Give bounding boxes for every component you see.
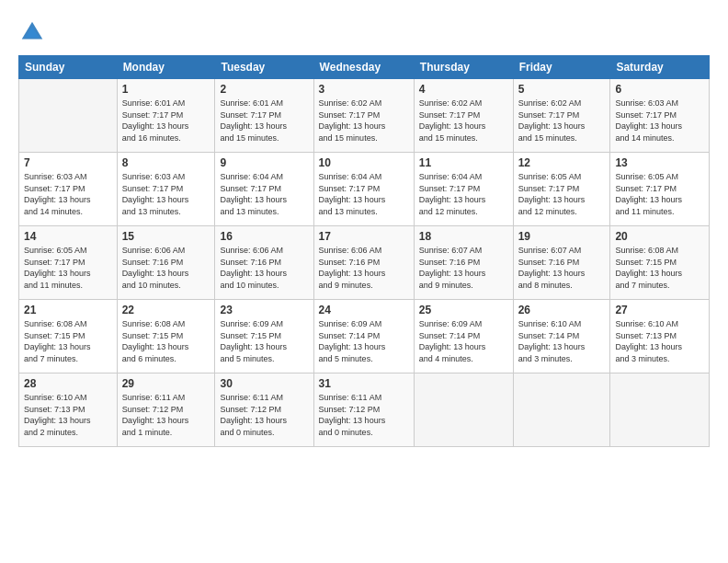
day-info: Sunrise: 6:04 AM Sunset: 7:17 PM Dayligh… xyxy=(319,171,409,217)
day-number: 4 xyxy=(419,83,508,96)
calendar-cell: 3Sunrise: 6:02 AM Sunset: 7:17 PM Daylig… xyxy=(313,79,414,153)
day-info: Sunrise: 6:10 AM Sunset: 7:13 PM Dayligh… xyxy=(24,392,112,438)
calendar-cell: 14Sunrise: 6:05 AM Sunset: 7:17 PM Dayli… xyxy=(19,226,118,300)
calendar-table: SundayMondayTuesdayWednesdayThursdayFrid… xyxy=(18,55,710,447)
day-number: 12 xyxy=(518,156,606,169)
calendar-day-header: Sunday xyxy=(19,56,118,79)
calendar-cell: 16Sunrise: 6:06 AM Sunset: 7:16 PM Dayli… xyxy=(215,226,313,300)
calendar-week-row: 1Sunrise: 6:01 AM Sunset: 7:17 PM Daylig… xyxy=(19,79,710,153)
day-info: Sunrise: 6:05 AM Sunset: 7:17 PM Dayligh… xyxy=(24,245,112,291)
calendar-day-header: Saturday xyxy=(610,56,710,79)
calendar-cell: 17Sunrise: 6:06 AM Sunset: 7:16 PM Dayli… xyxy=(313,226,414,300)
day-info: Sunrise: 6:10 AM Sunset: 7:13 PM Dayligh… xyxy=(615,318,704,364)
day-info: Sunrise: 6:04 AM Sunset: 7:17 PM Dayligh… xyxy=(220,171,308,217)
day-number: 26 xyxy=(518,304,606,316)
day-number: 30 xyxy=(220,377,308,390)
day-info: Sunrise: 6:10 AM Sunset: 7:14 PM Dayligh… xyxy=(518,318,606,364)
day-number: 20 xyxy=(615,230,704,243)
day-number: 27 xyxy=(615,304,704,316)
day-info: Sunrise: 6:03 AM Sunset: 7:17 PM Dayligh… xyxy=(122,171,210,217)
day-number: 6 xyxy=(615,83,704,96)
calendar-cell: 1Sunrise: 6:01 AM Sunset: 7:17 PM Daylig… xyxy=(117,79,215,153)
day-number: 23 xyxy=(220,304,308,316)
day-number: 22 xyxy=(122,304,210,316)
calendar-cell xyxy=(19,79,118,153)
day-number: 7 xyxy=(24,156,112,169)
calendar-cell: 25Sunrise: 6:09 AM Sunset: 7:14 PM Dayli… xyxy=(414,300,513,373)
logo xyxy=(18,18,50,46)
calendar-cell: 28Sunrise: 6:10 AM Sunset: 7:13 PM Dayli… xyxy=(19,373,118,447)
day-info: Sunrise: 6:01 AM Sunset: 7:17 PM Dayligh… xyxy=(220,98,308,144)
logo-icon xyxy=(18,18,46,46)
calendar-cell: 26Sunrise: 6:10 AM Sunset: 7:14 PM Dayli… xyxy=(513,300,610,373)
day-info: Sunrise: 6:09 AM Sunset: 7:15 PM Dayligh… xyxy=(220,318,308,364)
calendar-week-row: 14Sunrise: 6:05 AM Sunset: 7:17 PM Dayli… xyxy=(19,226,710,300)
day-info: Sunrise: 6:01 AM Sunset: 7:17 PM Dayligh… xyxy=(122,98,210,144)
calendar-cell: 8Sunrise: 6:03 AM Sunset: 7:17 PM Daylig… xyxy=(117,153,215,226)
day-number: 3 xyxy=(319,83,409,96)
calendar-week-row: 21Sunrise: 6:08 AM Sunset: 7:15 PM Dayli… xyxy=(19,300,710,373)
day-number: 24 xyxy=(319,304,409,316)
calendar-cell: 5Sunrise: 6:02 AM Sunset: 7:17 PM Daylig… xyxy=(513,79,610,153)
day-number: 21 xyxy=(24,304,112,316)
day-info: Sunrise: 6:07 AM Sunset: 7:16 PM Dayligh… xyxy=(518,245,606,291)
calendar-cell: 9Sunrise: 6:04 AM Sunset: 7:17 PM Daylig… xyxy=(215,153,313,226)
calendar-cell: 27Sunrise: 6:10 AM Sunset: 7:13 PM Dayli… xyxy=(610,300,710,373)
calendar-cell: 7Sunrise: 6:03 AM Sunset: 7:17 PM Daylig… xyxy=(19,153,118,226)
day-number: 28 xyxy=(24,377,112,390)
calendar-cell: 15Sunrise: 6:06 AM Sunset: 7:16 PM Dayli… xyxy=(117,226,215,300)
day-info: Sunrise: 6:02 AM Sunset: 7:17 PM Dayligh… xyxy=(518,98,606,144)
day-info: Sunrise: 6:08 AM Sunset: 7:15 PM Dayligh… xyxy=(122,318,210,364)
day-number: 8 xyxy=(122,156,210,169)
day-info: Sunrise: 6:09 AM Sunset: 7:14 PM Dayligh… xyxy=(419,318,508,364)
day-number: 19 xyxy=(518,230,606,243)
calendar-cell xyxy=(414,373,513,447)
calendar-day-header: Tuesday xyxy=(215,56,313,79)
day-number: 2 xyxy=(220,83,308,96)
day-info: Sunrise: 6:02 AM Sunset: 7:17 PM Dayligh… xyxy=(419,98,508,144)
calendar-cell: 21Sunrise: 6:08 AM Sunset: 7:15 PM Dayli… xyxy=(19,300,118,373)
calendar-day-header: Thursday xyxy=(414,56,513,79)
day-number: 9 xyxy=(220,156,308,169)
calendar-cell: 11Sunrise: 6:04 AM Sunset: 7:17 PM Dayli… xyxy=(414,153,513,226)
calendar-cell: 22Sunrise: 6:08 AM Sunset: 7:15 PM Dayli… xyxy=(117,300,215,373)
day-number: 17 xyxy=(319,230,409,243)
day-number: 1 xyxy=(122,83,210,96)
day-number: 10 xyxy=(319,156,409,169)
calendar-cell: 10Sunrise: 6:04 AM Sunset: 7:17 PM Dayli… xyxy=(313,153,414,226)
day-number: 5 xyxy=(518,83,606,96)
day-info: Sunrise: 6:11 AM Sunset: 7:12 PM Dayligh… xyxy=(220,392,308,438)
calendar-cell: 18Sunrise: 6:07 AM Sunset: 7:16 PM Dayli… xyxy=(414,226,513,300)
day-info: Sunrise: 6:11 AM Sunset: 7:12 PM Dayligh… xyxy=(122,392,210,438)
day-number: 14 xyxy=(24,230,112,243)
day-number: 25 xyxy=(419,304,508,316)
day-number: 29 xyxy=(122,377,210,390)
calendar-day-header: Wednesday xyxy=(313,56,414,79)
page: SundayMondayTuesdayWednesdayThursdayFrid… xyxy=(0,0,728,563)
calendar-cell: 23Sunrise: 6:09 AM Sunset: 7:15 PM Dayli… xyxy=(215,300,313,373)
calendar-cell: 2Sunrise: 6:01 AM Sunset: 7:17 PM Daylig… xyxy=(215,79,313,153)
day-info: Sunrise: 6:08 AM Sunset: 7:15 PM Dayligh… xyxy=(24,318,112,364)
day-number: 18 xyxy=(419,230,508,243)
calendar-cell: 29Sunrise: 6:11 AM Sunset: 7:12 PM Dayli… xyxy=(117,373,215,447)
header xyxy=(18,18,710,46)
day-info: Sunrise: 6:03 AM Sunset: 7:17 PM Dayligh… xyxy=(24,171,112,217)
calendar-cell: 20Sunrise: 6:08 AM Sunset: 7:15 PM Dayli… xyxy=(610,226,710,300)
calendar-cell xyxy=(610,373,710,447)
calendar-cell: 6Sunrise: 6:03 AM Sunset: 7:17 PM Daylig… xyxy=(610,79,710,153)
day-info: Sunrise: 6:08 AM Sunset: 7:15 PM Dayligh… xyxy=(615,245,704,291)
day-info: Sunrise: 6:03 AM Sunset: 7:17 PM Dayligh… xyxy=(615,98,704,144)
calendar-cell: 12Sunrise: 6:05 AM Sunset: 7:17 PM Dayli… xyxy=(513,153,610,226)
day-info: Sunrise: 6:06 AM Sunset: 7:16 PM Dayligh… xyxy=(220,245,308,291)
day-number: 16 xyxy=(220,230,308,243)
calendar-day-header: Friday xyxy=(513,56,610,79)
day-number: 11 xyxy=(419,156,508,169)
calendar-cell: 30Sunrise: 6:11 AM Sunset: 7:12 PM Dayli… xyxy=(215,373,313,447)
calendar-day-header: Monday xyxy=(117,56,215,79)
day-number: 15 xyxy=(122,230,210,243)
day-info: Sunrise: 6:06 AM Sunset: 7:16 PM Dayligh… xyxy=(122,245,210,291)
calendar-cell: 19Sunrise: 6:07 AM Sunset: 7:16 PM Dayli… xyxy=(513,226,610,300)
calendar-cell: 31Sunrise: 6:11 AM Sunset: 7:12 PM Dayli… xyxy=(313,373,414,447)
day-info: Sunrise: 6:02 AM Sunset: 7:17 PM Dayligh… xyxy=(319,98,409,144)
calendar-header-row: SundayMondayTuesdayWednesdayThursdayFrid… xyxy=(19,56,710,79)
